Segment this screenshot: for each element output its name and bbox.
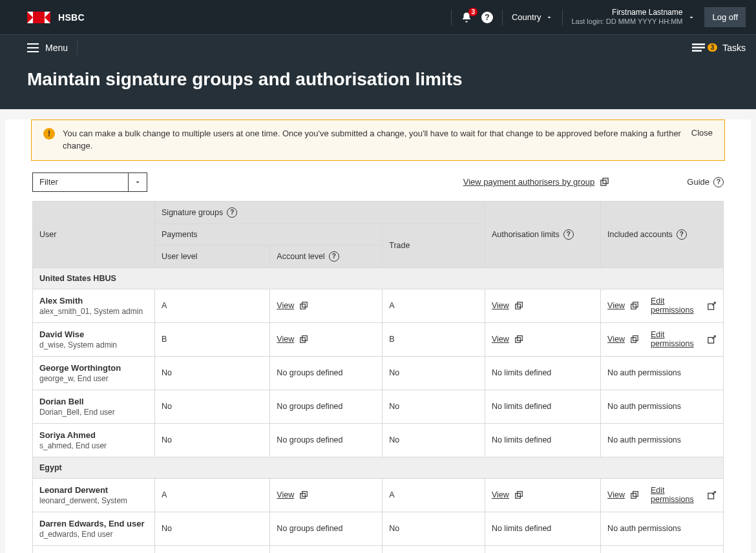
- title-strip: Maintain signature groups and authorisat…: [0, 60, 756, 109]
- cell-value: No: [162, 524, 172, 533]
- view-authorisers-link[interactable]: View payment authorisers by group: [463, 177, 595, 187]
- group-name: United States HBUS: [33, 267, 724, 289]
- top-header: HSBC 3 ? Country Firstname Lastname Last…: [0, 0, 756, 34]
- last-login: Last login: DD MMM YYYY HH:MM: [572, 17, 683, 26]
- user-sub: d_edwards, End user: [39, 530, 148, 539]
- cell-value: No limits defined: [492, 402, 551, 411]
- table-row: Darren Edwards, End userd_edwards, End u…: [33, 512, 724, 545]
- user-name: Dorian Bell: [39, 397, 148, 406]
- country-label: Country: [512, 12, 541, 22]
- cell-value: A: [162, 490, 167, 499]
- group-row: United States HBUS: [33, 267, 724, 289]
- hsbc-logo-icon: [27, 12, 50, 23]
- view-link[interactable]: View: [607, 490, 625, 499]
- secondary-header: Menu 3 Tasks: [0, 34, 756, 60]
- cell-value: B: [389, 335, 394, 344]
- svg-rect-20: [300, 494, 306, 499]
- cell-value: No: [162, 368, 172, 377]
- logoff-button[interactable]: Log off: [704, 7, 746, 27]
- svg-rect-16: [633, 336, 638, 341]
- cell-value: No: [389, 368, 399, 377]
- page-title: Maintain signature groups and authorisat…: [27, 69, 729, 90]
- edit-permissions-link[interactable]: Edit permissions: [651, 330, 702, 348]
- col-trade: Trade: [383, 224, 485, 267]
- guide-button[interactable]: Guide ?: [687, 177, 724, 187]
- cell-value: No: [389, 435, 399, 444]
- col-sig-groups: Signature groups?: [155, 201, 485, 224]
- view-link[interactable]: View: [492, 301, 509, 310]
- help-button[interactable]: ?: [481, 12, 493, 23]
- svg-rect-22: [516, 494, 521, 499]
- table-row: Dean Reeced_reece_01, End userNoNo group…: [33, 545, 724, 553]
- svg-rect-19: [302, 492, 308, 497]
- new-window-icon: [514, 335, 523, 344]
- notification-badge: 3: [468, 8, 478, 16]
- svg-rect-4: [601, 180, 606, 185]
- chevron-down-icon: [688, 14, 695, 21]
- cell-value: No auth permissions: [607, 368, 681, 377]
- notifications-button[interactable]: 3: [461, 12, 472, 23]
- user-sub: d_wise, System admin: [39, 340, 148, 350]
- col-account-level: Account level?: [270, 245, 383, 267]
- view-link[interactable]: View: [277, 335, 294, 344]
- cell-value: No groups defined: [277, 435, 342, 444]
- view-link[interactable]: View: [607, 301, 625, 310]
- svg-rect-15: [516, 338, 521, 343]
- edit-permissions-link[interactable]: Edit permissions: [651, 486, 702, 504]
- cell-value: No limits defined: [492, 435, 551, 444]
- filter-dropdown[interactable]: Filter: [32, 172, 147, 192]
- new-window-icon: [299, 335, 308, 344]
- svg-rect-14: [517, 336, 522, 341]
- svg-rect-3: [603, 178, 608, 183]
- view-link[interactable]: View: [492, 490, 509, 499]
- separator: [502, 10, 503, 25]
- view-link[interactable]: View: [277, 301, 294, 310]
- edit-permissions-link[interactable]: Edit permissions: [651, 297, 702, 315]
- view-link[interactable]: View: [277, 490, 294, 499]
- user-name: Leonard Derwent: [39, 485, 148, 495]
- user-name: Soriya Ahmed: [39, 430, 148, 440]
- table-row: Alex Smithalex_smith_01, System adminAVi…: [33, 289, 724, 322]
- popout-icon: [707, 301, 717, 311]
- group-row: Egypt: [33, 457, 724, 478]
- notice-close-button[interactable]: Close: [691, 128, 713, 138]
- help-icon[interactable]: ?: [563, 229, 574, 240]
- bank-name: HSBC: [58, 12, 85, 23]
- help-icon[interactable]: ?: [329, 251, 339, 262]
- hamburger-icon: [27, 43, 39, 52]
- user-menu[interactable]: Firstname Lastname Last login: DD MMM YY…: [572, 8, 696, 26]
- svg-rect-24: [631, 494, 636, 499]
- cell-value: No auth permissions: [607, 435, 681, 444]
- permissions-table: User Signature groups? Authorisation lim…: [32, 201, 724, 553]
- table-row: Leonard Derwentleonard_derwent, SystemAV…: [33, 478, 724, 512]
- logo-block[interactable]: HSBC: [27, 12, 85, 23]
- svg-rect-17: [631, 338, 636, 343]
- tasks-button[interactable]: 3 Tasks: [692, 43, 746, 53]
- help-icon: ?: [713, 177, 724, 187]
- cell-value: A: [389, 490, 394, 499]
- country-selector[interactable]: Country: [512, 12, 553, 22]
- filter-label: Filter: [33, 173, 129, 191]
- new-window-icon: [630, 490, 639, 499]
- cell-value: No: [389, 524, 399, 533]
- help-icon[interactable]: ?: [227, 207, 237, 218]
- cell-value: No auth permissions: [607, 402, 681, 411]
- svg-rect-1: [692, 47, 705, 48]
- svg-rect-8: [516, 304, 521, 309]
- menu-button[interactable]: Menu: [27, 43, 68, 53]
- user-name: Firstname Lastname: [572, 8, 683, 17]
- cell-value: No auth permissions: [607, 524, 681, 533]
- table-row: George Worthingtongeorge_w, End userNoNo…: [33, 356, 724, 390]
- help-icon[interactable]: ?: [677, 229, 687, 240]
- svg-rect-2: [692, 50, 702, 52]
- cell-value: No: [389, 402, 399, 411]
- view-link[interactable]: View: [607, 335, 625, 344]
- cell-value: No groups defined: [277, 368, 342, 377]
- view-link[interactable]: View: [492, 335, 509, 344]
- tasks-badge: 3: [708, 43, 718, 52]
- col-payments: Payments: [155, 224, 383, 245]
- info-notice: ! You can make a bulk change to multiple…: [31, 120, 725, 161]
- cell-value: A: [389, 301, 394, 310]
- user-sub: leonard_derwent, System: [39, 496, 148, 505]
- user-name: David Wise: [39, 329, 148, 339]
